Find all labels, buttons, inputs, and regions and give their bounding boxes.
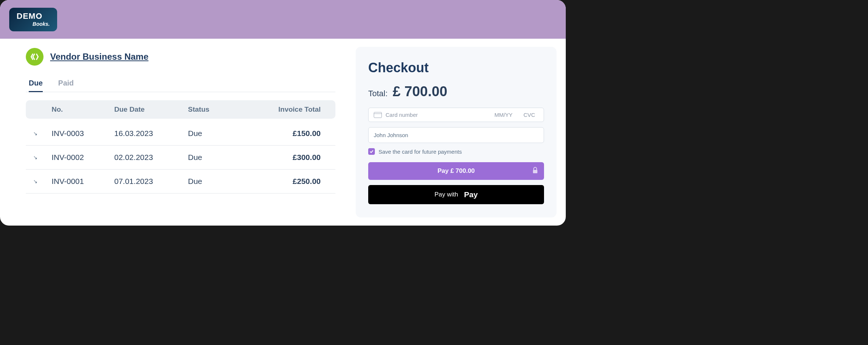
card-icon	[374, 112, 382, 118]
apple-pay-text: Pay	[464, 190, 478, 199]
pay-button[interactable]: Pay £ 700.00	[368, 162, 544, 180]
cell-invoice-no: INV-0002	[52, 153, 114, 162]
th-no: No.	[52, 105, 114, 114]
apple-pay-prefix: Pay with	[435, 191, 458, 198]
logo-demo-text: DEMO	[17, 12, 42, 20]
cell-invoice-no: INV-0003	[52, 129, 114, 138]
card-number-input[interactable]	[386, 112, 487, 118]
lock-icon	[532, 167, 538, 175]
th-due-date: Due Date	[114, 105, 188, 114]
cell-invoice-total: £150.00	[262, 129, 328, 138]
vendor-row: Vendor Business Name	[26, 48, 335, 66]
cell-invoice-total: £300.00	[262, 153, 328, 162]
tabs: Due Paid	[26, 77, 335, 92]
th-invoice-total: Invoice Total	[262, 105, 328, 114]
logo-badge: DEMO Books.	[9, 8, 57, 31]
table-header: No. Due Date Status Invoice Total	[26, 100, 335, 119]
apple-pay-button[interactable]: Pay with Pay	[368, 185, 544, 204]
card-cvc-input[interactable]	[520, 112, 538, 118]
expand-arrow-icon: ↘	[33, 178, 52, 184]
vendor-name-link[interactable]: Vendor Business Name	[50, 52, 149, 62]
vendor-icon	[26, 48, 43, 66]
save-card-row: Save the card for future payments	[368, 148, 544, 155]
main-content: Vendor Business Name Due Paid No. Due Da…	[0, 39, 566, 226]
invoices-panel: Vendor Business Name Due Paid No. Due Da…	[0, 39, 356, 226]
invoice-table: No. Due Date Status Invoice Total ↘ INV-…	[26, 100, 335, 194]
cell-due-date: 16.03.2023	[114, 129, 188, 138]
header-bar: DEMO Books.	[0, 0, 566, 39]
cell-due-date: 07.01.2023	[114, 177, 188, 186]
total-row: Total: £ 700.00	[368, 84, 544, 100]
cell-invoice-no: INV-0001	[52, 177, 114, 186]
app-window: DEMO Books. Vendor Business Name Due Pai…	[0, 0, 566, 226]
pay-button-label: Pay £ 700.00	[438, 167, 475, 175]
checkout-panel: Checkout Total: £ 700.00 Save the car	[356, 47, 557, 217]
save-card-label: Save the card for future payments	[379, 149, 462, 155]
cardholder-name-input[interactable]	[368, 127, 544, 143]
cell-status: Due	[188, 129, 262, 138]
expand-arrow-icon: ↘	[33, 130, 52, 136]
total-label: Total:	[368, 89, 388, 98]
expand-arrow-icon: ↘	[33, 154, 52, 160]
cell-status: Due	[188, 177, 262, 186]
tab-paid[interactable]: Paid	[58, 77, 74, 92]
svg-rect-0	[533, 170, 537, 173]
table-row[interactable]: ↘ INV-0003 16.03.2023 Due £150.00	[26, 122, 335, 146]
card-input-row	[368, 108, 544, 122]
cell-invoice-total: £250.00	[262, 177, 328, 186]
logo-books-text: Books.	[32, 21, 50, 27]
checkout-title: Checkout	[368, 60, 544, 76]
total-amount: £ 700.00	[393, 84, 447, 100]
card-expiry-input[interactable]	[491, 112, 516, 118]
cell-due-date: 02.02.2023	[114, 153, 188, 162]
save-card-checkbox[interactable]	[368, 148, 375, 155]
table-row[interactable]: ↘ INV-0002 02.02.2023 Due £300.00	[26, 146, 335, 170]
cell-status: Due	[188, 153, 262, 162]
tab-due[interactable]: Due	[29, 77, 43, 92]
th-status: Status	[188, 105, 262, 114]
table-row[interactable]: ↘ INV-0001 07.01.2023 Due £250.00	[26, 170, 335, 194]
